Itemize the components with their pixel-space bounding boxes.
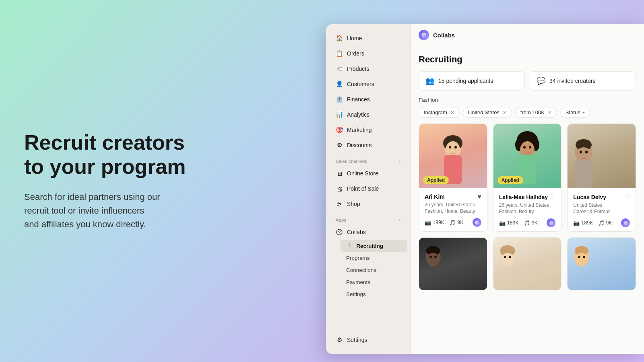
svg-point-18: [529, 146, 531, 149]
creator-grid: Applied Ari Kim ♥ 26 years, United State…: [419, 123, 636, 290]
sidebar-item-home[interactable]: 🏠 Home: [329, 31, 407, 45]
sidebar-item-sub-settings[interactable]: Settings: [341, 288, 407, 300]
applied-badge-lella-mae: Applied: [497, 176, 523, 184]
marketing-icon: 🎯: [336, 126, 343, 134]
tiktok-stat-lella-mae: 🎵 9K: [524, 220, 538, 226]
collabs-icon: [336, 228, 343, 236]
sidebar-item-analytics-label: Analytics: [347, 111, 369, 118]
sidebar-item-products[interactable]: 🏷 Products: [329, 62, 407, 76]
platform-badge-ari-kim: [473, 218, 481, 227]
creator-photo-lucas-delvy: [568, 124, 636, 188]
marketing-title: Recruit creatorsto your program: [24, 131, 186, 179]
sidebar-item-pos-label: Point of Sale: [347, 185, 379, 192]
svg-rect-27: [575, 160, 592, 188]
filter-from100k-remove-icon[interactable]: ✕: [548, 110, 552, 115]
sidebar-item-discounts[interactable]: ⚙ Discounts: [329, 138, 407, 152]
sidebar-item-finances-label: Finances: [347, 96, 370, 103]
sales-channels-label: Sales channels: [336, 159, 367, 164]
tiktok-icon-ari-kim: 🎵: [449, 220, 456, 226]
home-icon: 🏠: [336, 35, 343, 42]
page-title: Recruiting: [419, 54, 636, 65]
creator-tags-lucas-delvy: Career & Entrepr.: [573, 209, 630, 214]
apps-section: Apps ›: [326, 212, 410, 224]
creator-meta-lucas-delvy: United States: [573, 202, 630, 208]
apps-label: Apps: [336, 218, 346, 222]
sidebar-item-collabs[interactable]: Collabs: [329, 225, 407, 239]
filter-instagram-remove-icon[interactable]: ✕: [450, 110, 454, 115]
online-store-icon: 🖥: [336, 170, 343, 177]
svg-point-25: [580, 151, 582, 154]
creator-name-row-lucas-delvy: Lucas Delvy ♡: [573, 193, 630, 201]
svg-point-1: [339, 232, 340, 233]
sidebar-item-marketing-label: Marketing: [347, 127, 372, 133]
apps-arrow-icon: ›: [399, 217, 400, 223]
pending-applicants-card[interactable]: 👥 15 pending applicants: [419, 71, 525, 90]
sidebar-item-pos[interactable]: 🖨 Point of Sale: [329, 181, 407, 196]
filter-united-states[interactable]: United States ✕: [463, 107, 512, 118]
sidebar-item-connections[interactable]: Connections: [341, 264, 407, 276]
platform-badge-lucas-delvy: [621, 218, 630, 227]
instagram-count-lella-mae: 189K: [507, 220, 519, 226]
sidebar-item-shop[interactable]: 🛍 Shop: [329, 197, 407, 211]
sidebar-item-online-store-label: Online Store: [347, 170, 378, 177]
instagram-stat-ari-kim: 📷 189K: [425, 220, 444, 226]
tree-line-icon: └: [348, 243, 351, 249]
filter-category: Fashion: [419, 97, 636, 103]
filter-status[interactable]: Status ▾: [560, 107, 590, 118]
svg-point-38: [504, 256, 506, 258]
sidebar-item-home-label: Home: [347, 35, 362, 41]
creator-name-lella-mae: Lella-Mae Halliday: [499, 194, 548, 200]
filter-status-label: Status: [566, 109, 580, 115]
filter-tags: Instagram ✕ United States ✕ from 100K ✕ …: [419, 107, 636, 118]
creator-info-ari-kim: Ari Kim ♥ 26 years, United States Fashio…: [419, 188, 487, 231]
sidebar-item-analytics[interactable]: 📊 Analytics: [329, 107, 407, 122]
heart-icon-lucas-delvy[interactable]: ♡: [624, 193, 630, 201]
creator-card-5[interactable]: [493, 237, 562, 290]
creator-stats-lella-mae: 📷 189K 🎵 9K: [499, 218, 556, 227]
sidebar-item-finances[interactable]: 🏦 Finances: [329, 92, 407, 107]
sidebar-item-programs[interactable]: Programs: [341, 252, 407, 264]
sidebar-item-recruiting[interactable]: └ Recruiting: [341, 240, 407, 252]
creator-photo-lella-mae: Applied: [493, 124, 561, 188]
sidebar-item-orders[interactable]: 📋 Orders: [329, 46, 407, 61]
sidebar-item-recruiting-label: Recruiting: [356, 243, 383, 249]
svg-point-32: [427, 253, 440, 267]
sidebar-item-shop-label: Shop: [347, 201, 360, 207]
creator-card-lella-mae[interactable]: Applied Lella-Mae Halliday ♡ 26 years, U…: [493, 123, 562, 232]
creator-card-lucas-delvy[interactable]: Lucas Delvy ♡ United States Career & Ent…: [567, 123, 636, 232]
sidebar-item-marketing[interactable]: 🎯 Marketing: [329, 123, 407, 137]
collabs-subnav: └ Recruiting Programs Connections Paymen…: [337, 240, 410, 300]
instagram-stat-lucas-delvy: 📷 189K: [573, 220, 593, 226]
filter-from-100k-label: from 100K: [520, 109, 545, 115]
creator-name-row-ari-kim: Ari Kim ♥: [425, 193, 481, 200]
main-content: Collabs Recruiting 👥 15 pending applican…: [411, 24, 644, 354]
creator-card-4[interactable]: [419, 237, 487, 290]
creator-name-ari-kim: Ari Kim: [425, 193, 445, 200]
svg-point-26: [585, 151, 588, 154]
filter-united-states-remove-icon[interactable]: ✕: [503, 110, 507, 115]
svg-point-39: [509, 256, 511, 258]
heart-icon-ari-kim[interactable]: ♥: [477, 193, 481, 200]
stats-row: 👥 15 pending applicants 💬 34 invited cre…: [419, 71, 636, 90]
creator-photo-6: [568, 238, 636, 290]
sidebar-item-payments[interactable]: Payments: [341, 276, 407, 288]
svg-point-7: [449, 146, 451, 149]
customers-icon: 👤: [336, 80, 343, 88]
tiktok-count-ari-kim: 9K: [457, 220, 463, 225]
applied-badge-ari-kim: Applied: [423, 176, 449, 184]
sidebar-item-customers[interactable]: 👤 Customers: [329, 77, 407, 91]
creator-card-ari-kim[interactable]: Applied Ari Kim ♥ 26 years, United State…: [419, 123, 487, 232]
svg-point-42: [576, 253, 588, 267]
marketing-section: Recruit creatorsto your program Search f…: [24, 131, 186, 231]
filter-from-100k[interactable]: from 100K ✕: [515, 107, 557, 118]
invited-creators-card[interactable]: 💬 34 invited creators: [530, 71, 636, 90]
sidebar-item-settings[interactable]: ⚙ Settings: [329, 333, 407, 347]
creator-photo-5: [493, 238, 561, 290]
creator-card-6[interactable]: [567, 237, 636, 290]
sidebar-item-online-store[interactable]: 🖥 Online Store: [329, 166, 407, 181]
filter-instagram[interactable]: Instagram ✕: [419, 107, 460, 118]
heart-icon-lella-mae[interactable]: ♡: [550, 193, 555, 201]
sidebar-item-products-label: Products: [347, 66, 369, 72]
tiktok-stat-ari-kim: 🎵 9K: [449, 220, 463, 226]
orders-icon: 📋: [336, 50, 343, 57]
